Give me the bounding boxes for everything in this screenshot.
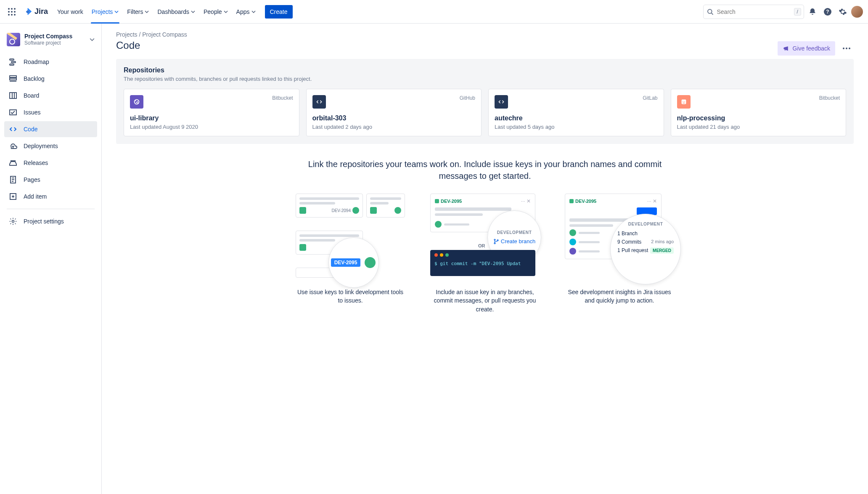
notifications-icon[interactable] xyxy=(806,5,819,19)
more-icon xyxy=(842,47,851,50)
nav-people[interactable]: People xyxy=(199,0,232,24)
nav-projects[interactable]: Projects xyxy=(87,0,123,24)
step-3-illustration: DEV-2095··· ✕ DEVELOPMENT 1 Branch 9 Com… xyxy=(565,194,674,282)
chevron-down-icon xyxy=(251,10,256,14)
svg-point-34 xyxy=(849,48,850,49)
svg-rect-19 xyxy=(10,93,16,98)
breadcrumb: Projects / Project Compass xyxy=(116,31,854,38)
svg-point-3 xyxy=(8,11,10,13)
sidebar-separator xyxy=(7,209,95,209)
repo-card[interactable]: Bitbucket nlp-processing Last updated 21… xyxy=(671,89,847,136)
jira-logo-text: Jira xyxy=(34,7,48,16)
repo-provider: Bitbucket xyxy=(272,95,293,101)
app-switcher-icon[interactable] xyxy=(5,5,19,19)
svg-point-4 xyxy=(11,11,13,13)
svg-rect-14 xyxy=(11,61,16,63)
create-button[interactable]: Create xyxy=(265,5,293,19)
chevron-down-icon xyxy=(114,10,119,14)
svg-point-35 xyxy=(135,100,139,104)
repo-name: autechre xyxy=(495,114,658,122)
sidebar: Project Compass Software project Roadmap… xyxy=(0,24,102,494)
nav-your-work[interactable]: Your work xyxy=(53,0,87,24)
repo-card[interactable]: GitHub orbital-303 Last updated 2 days a… xyxy=(306,89,482,136)
branch-icon xyxy=(493,239,499,244)
nav-filters[interactable]: Filters xyxy=(123,0,153,24)
repo-provider: GitLab xyxy=(643,95,657,101)
repo-updated: Last updated August 9 2020 xyxy=(130,124,293,130)
sidebar-item-board[interactable]: Board xyxy=(4,88,97,104)
repo-name: nlp-processing xyxy=(677,114,840,122)
svg-point-37 xyxy=(683,101,683,102)
repo-updated: Last updated 21 days ago xyxy=(677,124,840,130)
step-2: DEV-2095··· ✕ DEVELOPMENT Create branch … xyxy=(426,194,544,313)
sidebar-item-deployments[interactable]: Deployments xyxy=(4,138,97,154)
project-switcher[interactable]: Project Compass Software project xyxy=(4,32,97,54)
svg-rect-15 xyxy=(10,64,14,65)
gitlab-icon xyxy=(495,95,508,109)
search-input[interactable] xyxy=(716,8,791,16)
repo-card[interactable]: Bitbucket ui-library Last updated August… xyxy=(124,89,299,136)
sidebar-item-releases[interactable]: Releases xyxy=(4,155,97,171)
svg-point-0 xyxy=(8,8,10,10)
svg-rect-36 xyxy=(681,100,686,104)
breadcrumb-root[interactable]: Projects xyxy=(116,31,138,38)
sidebar-item-settings[interactable]: Project settings xyxy=(4,213,97,229)
releases-icon xyxy=(8,158,18,167)
issues-icon xyxy=(8,108,18,117)
nav-dashboards[interactable]: Dashboards xyxy=(153,0,199,24)
github-icon xyxy=(312,95,326,109)
sidebar-item-pages[interactable]: Pages xyxy=(4,172,97,188)
user-avatar[interactable] xyxy=(851,6,863,18)
search-shortcut: / xyxy=(794,8,802,16)
repositories-panel: Repositories The repositories with commi… xyxy=(116,59,854,144)
svg-point-5 xyxy=(14,11,16,13)
jira-logo[interactable]: Jira xyxy=(20,7,51,16)
svg-point-39 xyxy=(494,239,495,240)
sidebar-item-issues[interactable]: Issues xyxy=(4,104,97,120)
sidebar-item-code[interactable]: Code xyxy=(4,121,97,137)
svg-rect-16 xyxy=(10,76,16,77)
svg-point-6 xyxy=(8,14,10,16)
project-icon xyxy=(7,33,20,46)
sidebar-item-add[interactable]: Add item xyxy=(4,189,97,205)
svg-point-32 xyxy=(843,48,844,49)
give-feedback-button[interactable]: Give feedback xyxy=(778,41,836,56)
help-icon[interactable]: ? xyxy=(821,5,834,19)
hero-text: Link the repositories your teams work on… xyxy=(296,158,674,182)
step-3: DEV-2095··· ✕ DEVELOPMENT 1 Branch 9 Com… xyxy=(561,194,678,313)
svg-point-9 xyxy=(708,9,712,13)
svg-rect-17 xyxy=(10,78,16,80)
repositories-description: The repositories with commits, branches … xyxy=(124,76,846,82)
svg-point-31 xyxy=(12,220,14,223)
hero-section: Link the repositories your teams work on… xyxy=(296,158,674,182)
search-icon xyxy=(707,8,714,15)
repo-name: ui-library xyxy=(130,114,293,122)
sidebar-item-roadmap[interactable]: Roadmap xyxy=(4,54,97,70)
repo-updated: Last updated 2 days ago xyxy=(312,124,476,130)
nav-apps[interactable]: Apps xyxy=(232,0,260,24)
step-1-caption: Use issue keys to link development tools… xyxy=(296,288,405,305)
repo-name: orbital-303 xyxy=(312,114,476,122)
step-3-caption: See development insights in Jira issues … xyxy=(565,288,674,305)
pages-icon xyxy=(8,175,18,184)
repo-card[interactable]: GitLab autechre Last updated 5 days ago xyxy=(488,89,664,136)
svg-point-38 xyxy=(684,101,685,102)
sidebar-item-backlog[interactable]: Backlog xyxy=(4,71,97,87)
backlog-icon xyxy=(8,74,18,83)
page-title: Code xyxy=(116,40,773,51)
repo-avatar-icon xyxy=(677,95,691,109)
search-box[interactable]: / xyxy=(703,5,804,19)
add-item-icon xyxy=(8,192,18,201)
settings-icon[interactable] xyxy=(836,5,849,19)
svg-text:?: ? xyxy=(826,9,829,15)
step-1-illustration: DEV-2094 DEV-2095 xyxy=(296,194,405,282)
more-actions-button[interactable] xyxy=(839,41,854,56)
chevron-down-icon xyxy=(224,10,228,14)
repo-provider: GitHub xyxy=(460,95,475,101)
breadcrumb-leaf[interactable]: Project Compass xyxy=(142,31,187,38)
svg-point-2 xyxy=(14,8,16,10)
project-type: Software project xyxy=(24,40,85,46)
svg-point-33 xyxy=(846,48,847,49)
chevron-down-icon xyxy=(191,10,195,14)
onboarding-steps: DEV-2094 DEV-2095 Use issue keys to link… xyxy=(291,194,678,313)
